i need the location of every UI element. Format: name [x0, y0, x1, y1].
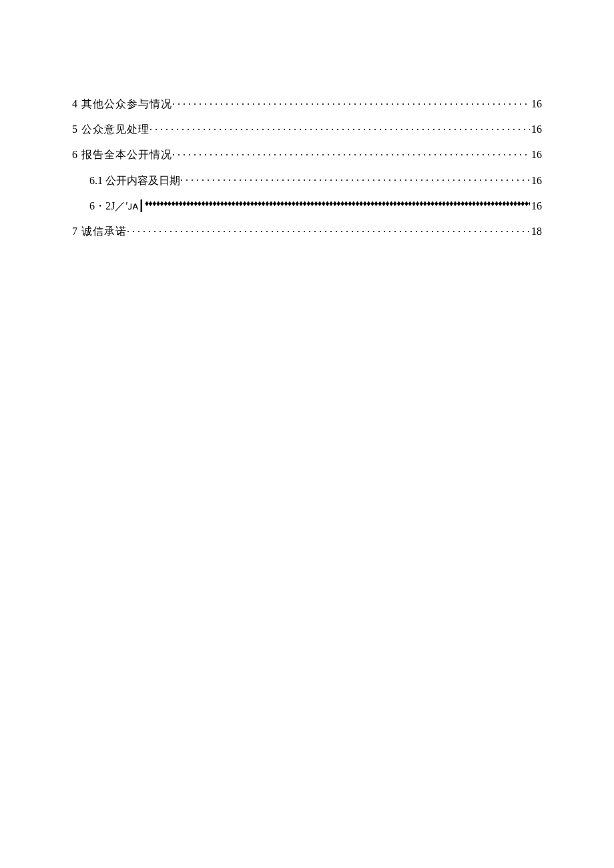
- toc-entry-label: 6 报告全本公开情况: [72, 148, 172, 161]
- toc-entry-page: 16: [530, 123, 542, 135]
- toc-entry-page: 16: [530, 148, 542, 161]
- toc-leader-diamonds: [145, 199, 530, 209]
- toc-entry-label: 6.1 公开内容及日期: [89, 174, 180, 187]
- toc-entry: 5 公众意见处理 16: [72, 122, 542, 135]
- toc-entry-page: 18: [530, 225, 542, 238]
- toc-entry-page: 16: [530, 199, 542, 212]
- toc-leader-dots: [180, 173, 530, 184]
- toc-leader-dots: [149, 122, 530, 133]
- toc-leader-dots: [127, 224, 530, 235]
- toc-entry: 4 其他公众参与情况 16: [72, 97, 542, 110]
- toc-leader-dots: [172, 97, 530, 107]
- toc-entry: 7 诚信承诺 18: [72, 224, 542, 238]
- document-page: 4 其他公众参与情况 16 5 公众意见处理 16 6 报告全本公开情况 16 …: [0, 0, 614, 238]
- toc-entry: 6 报告全本公开情况 16: [72, 147, 542, 161]
- toc-entry-label: 5 公众意见处理: [72, 123, 149, 135]
- toc-subentry: 6.1 公开内容及日期 16: [72, 173, 542, 187]
- toc-entry-label-garbled: 6・2J／′ᴊᴀ┃: [89, 199, 145, 212]
- toc-entry-page: 16: [530, 174, 542, 187]
- toc-entry-page: 16: [530, 97, 542, 110]
- toc-leader-dots: [172, 147, 530, 158]
- toc-subentry: 6・2J／′ᴊᴀ┃ 16: [72, 199, 542, 212]
- toc-entry-label: 4 其他公众参与情况: [72, 97, 172, 110]
- toc-entry-label: 7 诚信承诺: [72, 225, 127, 238]
